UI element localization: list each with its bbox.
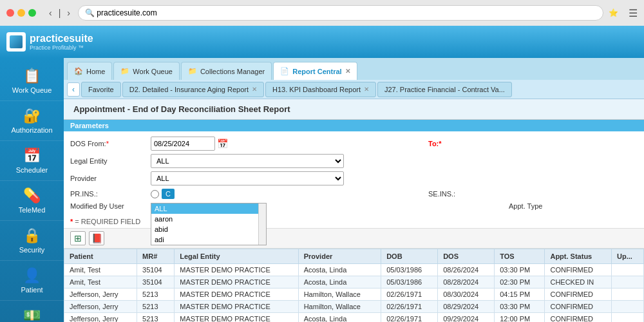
sidebar-item-patient2[interactable]: 💵 Patient bbox=[0, 301, 64, 322]
telemed-icon: 💊 bbox=[23, 187, 41, 204]
modified-by-label: Modified By User bbox=[70, 202, 147, 210]
table-cell: 05/03/1986 bbox=[381, 276, 438, 289]
forward-button[interactable]: › bbox=[64, 6, 73, 19]
minimize-dot[interactable] bbox=[17, 9, 25, 17]
prins-label: PR.INS.: bbox=[70, 190, 147, 198]
table-row[interactable]: Amit, Test35104MASTER DEMO PRACTICEAcost… bbox=[64, 264, 644, 276]
scheduler-icon: 📅 bbox=[23, 147, 41, 164]
bookmark-icon[interactable]: ⭐ bbox=[609, 8, 618, 17]
table-cell: 09/29/2024 bbox=[438, 313, 495, 323]
address-text: practicesuite.com bbox=[97, 8, 156, 17]
sub-tab-h13[interactable]: H13. KPI Dashboard Report ✕ bbox=[265, 82, 376, 97]
params-grid: DOS From:* 📅 To:* Legal Entity ALL bbox=[64, 131, 644, 215]
legal-entity-select[interactable]: ALL bbox=[151, 154, 344, 168]
sidebar: 📋 Work Queue 🔐 Authorization 📅 Scheduler… bbox=[0, 58, 64, 322]
table-cell: Amit, Test bbox=[64, 264, 137, 276]
to-label: To:* bbox=[428, 140, 506, 147]
sub-tab-favorite[interactable]: Favorite bbox=[81, 82, 121, 97]
dos-from-label: DOS From:* bbox=[70, 140, 147, 147]
params-section: Parameters bbox=[64, 120, 644, 131]
dos-from-input[interactable] bbox=[151, 137, 215, 151]
table-cell: 03:30 PM bbox=[495, 301, 545, 313]
tab-work-queue-label: Work Queue bbox=[133, 68, 173, 75]
listbox-scrollbar[interactable] bbox=[258, 204, 266, 245]
prins-dropdown-wrap: C ALL aaron abid adi bbox=[151, 189, 344, 199]
separator: | bbox=[56, 6, 64, 19]
table-cell: Amit, Test bbox=[64, 276, 137, 289]
table-cell bbox=[612, 264, 644, 276]
export-pdf-button[interactable]: 📕 bbox=[89, 231, 104, 245]
table-cell: CONFIRMED bbox=[545, 289, 612, 301]
sidebar-item-authorization[interactable]: 🔐 Authorization bbox=[0, 101, 64, 141]
app-name: practicesuite bbox=[30, 33, 93, 44]
table-cell: 5213 bbox=[137, 301, 175, 313]
titlebar: ‹ | › 🔍 practicesuite.com ⭐ ☰ bbox=[0, 0, 644, 26]
sub-tab-prev[interactable]: ‹ bbox=[67, 82, 80, 97]
report-area: Appointment - End of Day Reconciliation … bbox=[64, 99, 644, 322]
table-cell: 08/29/2024 bbox=[438, 301, 495, 313]
prins-radio[interactable] bbox=[151, 190, 159, 198]
tab-home[interactable]: 🏠 Home bbox=[67, 62, 112, 80]
table-cell: 02/26/1971 bbox=[381, 289, 438, 301]
sidebar-item-patient[interactable]: 👤 Patient bbox=[0, 261, 64, 301]
tab-collections[interactable]: 📁 Collections Manager bbox=[181, 62, 272, 80]
sub-tab-h13-close[interactable]: ✕ bbox=[364, 86, 369, 93]
sidebar-item-security[interactable]: 🔒 Security bbox=[0, 221, 64, 261]
listbox-item-abid[interactable]: abid bbox=[151, 224, 266, 234]
col-tos: TOS bbox=[495, 249, 545, 264]
table-cell: MASTER DEMO PRACTICE bbox=[175, 276, 298, 289]
back-button[interactable]: ‹ bbox=[46, 6, 55, 19]
table-cell: 35104 bbox=[137, 276, 175, 289]
table-cell: 08/28/2024 bbox=[438, 276, 495, 289]
sidebar-label-authorization: Authorization bbox=[11, 126, 52, 134]
table-cell: Jefferson, Jerry bbox=[64, 313, 137, 323]
listbox-item-adi[interactable]: adi bbox=[151, 234, 266, 245]
tab-close-report[interactable]: ✕ bbox=[345, 68, 350, 75]
tab-report-central[interactable]: 📄 Report Central ✕ bbox=[273, 62, 357, 80]
tab-collections-label: Collections Manager bbox=[200, 68, 265, 75]
table-row[interactable]: Jefferson, Jerry5213MASTER DEMO PRACTICE… bbox=[64, 313, 644, 323]
main-layout: 📋 Work Queue 🔐 Authorization 📅 Scheduler… bbox=[0, 58, 644, 322]
dos-from-field: 📅 bbox=[151, 137, 344, 151]
params-label: Parameters bbox=[70, 122, 109, 129]
sidebar-label-security: Security bbox=[19, 246, 45, 254]
table-cell: 08/26/2024 bbox=[438, 264, 495, 276]
sidebar-label-scheduler: Scheduler bbox=[16, 166, 48, 174]
calendar-icon[interactable]: 📅 bbox=[217, 138, 228, 149]
table-cell: 02:30 PM bbox=[495, 276, 545, 289]
sub-tab-d2[interactable]: D2. Detailed - Insurance Aging Report ✕ bbox=[122, 82, 264, 97]
col-dos: DOS bbox=[438, 249, 495, 264]
table-scroll[interactable]: Patient MR# Legal Entity Provider DOB DO… bbox=[64, 249, 644, 322]
address-bar[interactable]: 🔍 practicesuite.com bbox=[78, 5, 603, 21]
sidebar-item-work-queue[interactable]: 📋 Work Queue bbox=[0, 61, 64, 101]
tab-work-queue[interactable]: 📁 Work Queue bbox=[113, 62, 180, 80]
close-dot[interactable] bbox=[6, 9, 14, 17]
table-row[interactable]: Jefferson, Jerry5213MASTER DEMO PRACTICE… bbox=[64, 301, 644, 313]
maximize-dot[interactable] bbox=[28, 9, 36, 17]
table-row[interactable]: Amit, Test35104MASTER DEMO PRACTICEAcost… bbox=[64, 276, 644, 289]
sidebar-item-scheduler[interactable]: 📅 Scheduler bbox=[0, 141, 64, 181]
menu-icon[interactable]: ☰ bbox=[629, 7, 638, 19]
col-legal-entity: Legal Entity bbox=[175, 249, 298, 264]
listbox-item-all[interactable]: ALL bbox=[151, 204, 266, 214]
logo-icon bbox=[6, 32, 26, 52]
table-cell: MASTER DEMO PRACTICE bbox=[175, 313, 298, 323]
tab-bar: 🏠 Home 📁 Work Queue 📁 Collections Manage… bbox=[64, 58, 644, 80]
listbox-item-aaron[interactable]: aaron bbox=[151, 214, 266, 224]
table-cell: Jefferson, Jerry bbox=[64, 301, 137, 313]
legal-entity-label: Legal Entity bbox=[70, 157, 147, 165]
table-cell: 04:15 PM bbox=[495, 289, 545, 301]
provider-select[interactable]: ALL bbox=[151, 171, 344, 185]
window-controls bbox=[6, 9, 36, 17]
work-queue-icon: 📋 bbox=[23, 68, 41, 84]
sidebar-item-telemed[interactable]: 💊 TeleMed bbox=[0, 181, 64, 221]
app-tagline: Practice Profitably ™ bbox=[30, 44, 93, 51]
patient2-icon: 💵 bbox=[23, 307, 41, 322]
sub-tab-d2-close[interactable]: ✕ bbox=[252, 86, 257, 93]
export-excel-button[interactable]: ⊞ bbox=[70, 231, 86, 245]
security-icon: 🔒 bbox=[23, 227, 41, 244]
sub-tab-j27[interactable]: J27. Practice Financial - Contract Va... bbox=[377, 82, 512, 97]
prins-c-button[interactable]: C bbox=[162, 189, 175, 199]
table-row[interactable]: Jefferson, Jerry5213MASTER DEMO PRACTICE… bbox=[64, 289, 644, 301]
seins-label: SE.INS.: bbox=[428, 190, 506, 198]
